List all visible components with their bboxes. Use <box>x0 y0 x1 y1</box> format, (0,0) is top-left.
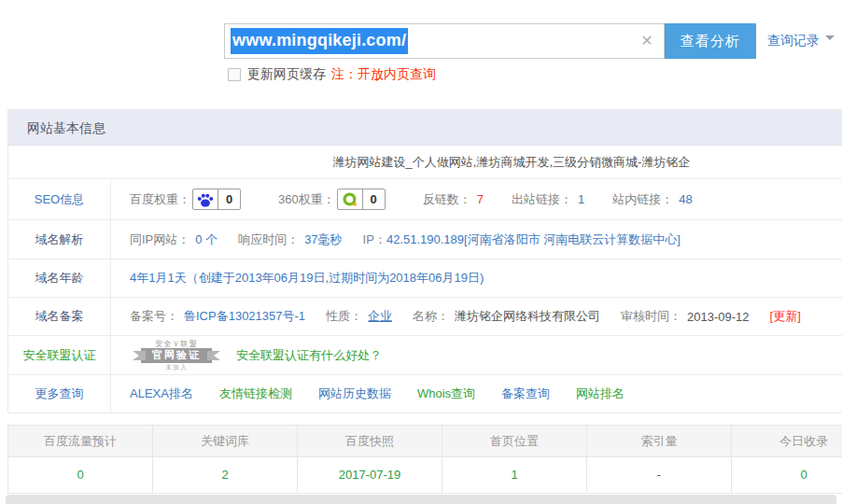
icp-nature-label: 性质： <box>326 308 362 325</box>
badge-ribbon-text: 官网验证 <box>141 348 212 363</box>
footer-strip <box>6 495 836 504</box>
stats-val-homepage[interactable]: 1 <box>442 457 587 493</box>
so360-weight-label: 360权重： <box>278 191 335 208</box>
so360-weight-value: 0 <box>363 189 385 209</box>
baidu-paw-icon <box>193 189 218 209</box>
whois-query-link[interactable]: Whois查询 <box>417 385 475 402</box>
stats-val-index: - <box>587 457 732 493</box>
stats-values-row: 0 2 2017-07-19 1 - 0 <box>8 457 842 493</box>
caret-down-icon[interactable] <box>825 35 835 40</box>
icp-name-label: 名称： <box>413 308 449 325</box>
stats-val-traffic[interactable]: 0 <box>8 457 153 493</box>
so360-weight-badge[interactable]: 0 <box>337 189 386 210</box>
same-ip-label: 同IP网站： <box>130 231 189 248</box>
outbound-links-label: 出站链接： <box>512 191 572 208</box>
icp-record-row: 域名备案 备案号： 鲁ICP备13021357号-1 性质： 企业 名称： 潍坊… <box>8 298 842 336</box>
seo-info-row: SEO信息 百度权重： 0 360权重： <box>8 179 842 220</box>
row-label-dns: 域名解析 <box>8 220 111 259</box>
security-union-badge-icon[interactable]: 安全Ｖ联盟 官网验证 未加入 <box>132 339 221 372</box>
site-history-link[interactable]: 网站历史数据 <box>318 385 391 402</box>
ip-label: IP： <box>363 231 386 248</box>
baidu-weight-value: 0 <box>218 189 240 209</box>
more-queries-row: 更多查询 ALEXA排名 友情链接检测 网站历史数据 Whois查询 备案查询 … <box>8 375 842 413</box>
analyze-button[interactable]: 查看分析 <box>665 23 756 59</box>
response-time-label: 响应时间： <box>238 231 299 248</box>
update-cache-checkbox[interactable] <box>228 68 241 81</box>
open-innerpage-note: 注：开放内页查询 <box>331 66 436 83</box>
clear-icon[interactable]: ✕ <box>638 32 656 50</box>
site-rank-link[interactable]: 网站排名 <box>576 385 624 402</box>
security-benefit-link[interactable]: 安全联盟认证有什么好处？ <box>236 347 382 364</box>
icp-number-label: 备案号： <box>130 308 178 325</box>
row-label-seo: SEO信息 <box>8 179 111 219</box>
search-input[interactable]: www.mingqikeji.com/ ✕ <box>224 23 665 59</box>
icp-audit-label: 审核时间： <box>621 308 681 325</box>
icp-query-link[interactable]: 备案查询 <box>501 385 550 402</box>
dns-row: 域名解析 同IP网站： 0 个 响应时间： 37毫秒 IP： 42.51.190… <box>8 220 842 259</box>
row-label-security: 安全联盟认证 <box>8 336 111 374</box>
response-time-value[interactable]: 37毫秒 <box>304 231 342 248</box>
backlinks-value[interactable]: 7 <box>477 192 484 206</box>
icp-number-value[interactable]: 鲁ICP备13021357号-1 <box>184 308 305 325</box>
stats-col-homepage: 首页位置 <box>442 426 587 456</box>
icp-nature-value[interactable]: 企业 <box>368 308 392 325</box>
update-cache-label[interactable]: 更新网页缓存 <box>247 66 326 83</box>
stats-col-index: 索引量 <box>587 426 732 456</box>
baidu-weight-badge[interactable]: 0 <box>192 189 241 210</box>
stats-val-today[interactable]: 0 <box>732 457 842 493</box>
query-history-link[interactable]: 查询记录 <box>767 33 820 49</box>
stats-val-keywords[interactable]: 2 <box>153 457 298 493</box>
same-ip-value[interactable]: 0 个 <box>195 231 218 248</box>
internal-links-value[interactable]: 48 <box>679 192 692 206</box>
cache-option-row: 更新网页缓存 注：开放内页查询 <box>228 66 436 83</box>
so360-logo-icon <box>338 189 363 209</box>
row-label-icp: 域名备案 <box>8 298 111 335</box>
internal-links-label: 站内链接： <box>612 191 673 208</box>
site-title-text: 潍坊网站建设_个人做网站,潍坊商城开发,三级分销微商城-潍坊铭企 <box>333 154 691 171</box>
icp-audit-date: 2013-09-12 <box>687 310 750 324</box>
row-label-more: 更多查询 <box>8 375 111 413</box>
icp-company-name: 潍坊铭企网络科技有限公司 <box>455 308 600 325</box>
backlinks-label: 反链数： <box>423 191 471 208</box>
icp-update-link[interactable]: [更新] <box>770 308 801 325</box>
domain-age-value: 4年1月1天（创建于2013年06月19日,过期时间为2018年06月19日) <box>130 270 484 287</box>
stats-header-row: 百度流量预计 关键词库 百度快照 首页位置 索引量 今日收录 <box>8 426 842 457</box>
alexa-rank-link[interactable]: ALEXA排名 <box>130 385 193 402</box>
site-title-row: 潍坊网站建设_个人做网站,潍坊商城开发,三级分销微商城-潍坊铭企 <box>8 146 842 179</box>
section-title: 网站基本信息 <box>8 110 842 146</box>
security-union-row: 安全联盟认证 安全Ｖ联盟 官网验证 未加入 安全联盟认证有什么好处？ <box>8 336 842 375</box>
site-basic-info-table: 网站基本信息 潍坊网站建设_个人做网站,潍坊商城开发,三级分销微商城-潍坊铭企 … <box>7 109 842 413</box>
stats-val-snapshot[interactable]: 2017-07-19 <box>298 457 442 493</box>
stats-col-traffic: 百度流量预计 <box>8 426 153 456</box>
domain-age-row: 域名年龄 4年1月1天（创建于2013年06月19日,过期时间为2018年06月… <box>8 259 842 298</box>
ip-value[interactable]: 42.51.190.189[河南省洛阳市 河南电联云计算数据中心] <box>386 231 681 248</box>
stats-col-keywords: 关键词库 <box>153 426 298 456</box>
badge-bottom-text: 未加入 <box>132 363 221 372</box>
friend-links-link[interactable]: 友情链接检测 <box>219 385 292 402</box>
stats-col-snapshot: 百度快照 <box>298 426 442 456</box>
baidu-weight-label: 百度权重： <box>130 191 190 208</box>
baidu-stats-table: 百度流量预计 关键词库 百度快照 首页位置 索引量 今日收录 0 2 2017-… <box>7 425 842 494</box>
stats-col-today: 今日收录 <box>732 426 842 456</box>
search-query-selected-text[interactable]: www.mingqikeji.com/ <box>231 28 408 54</box>
outbound-links-value[interactable]: 1 <box>578 192 584 206</box>
row-label-age: 域名年龄 <box>8 259 111 297</box>
